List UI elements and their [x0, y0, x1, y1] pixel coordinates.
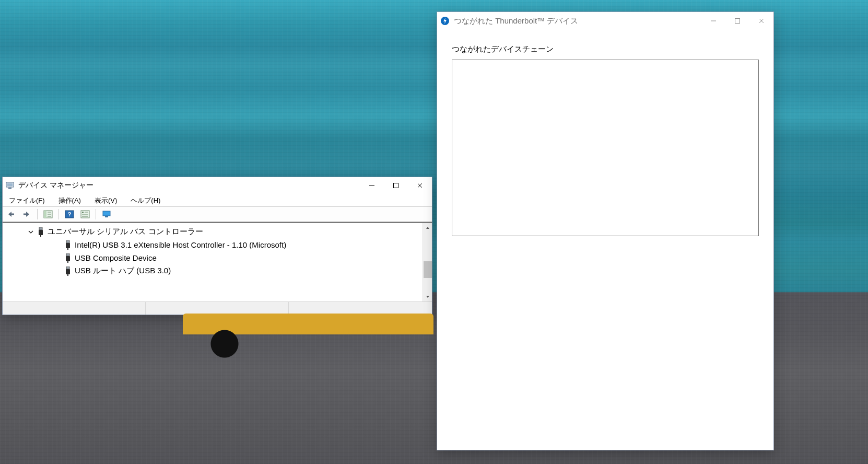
- usb-icon: [64, 266, 72, 276]
- svg-rect-15: [39, 227, 42, 230]
- menu-file[interactable]: ファイル(F): [7, 195, 47, 206]
- maximize-button[interactable]: [384, 177, 408, 194]
- thunderbolt-content: つながれたデバイスチェーン: [437, 30, 773, 251]
- usb-icon: [64, 240, 72, 250]
- svg-rect-19: [66, 243, 70, 248]
- svg-rect-13: [103, 211, 110, 216]
- svg-rect-1: [7, 183, 13, 187]
- svg-rect-26: [67, 274, 68, 276]
- minimize-button[interactable]: [701, 12, 725, 30]
- vertical-scrollbar[interactable]: [423, 223, 432, 301]
- toolbar: ?: [3, 206, 432, 222]
- svg-rect-24: [66, 266, 69, 269]
- help-button[interactable]: ?: [63, 208, 76, 221]
- minimize-button[interactable]: [360, 177, 384, 194]
- window-controls: [360, 177, 432, 194]
- svg-text:?: ?: [68, 211, 72, 217]
- device-manager-window: デバイス マネージャー ファイル(F) 操作(A) 表示(V) ヘルプ(H): [2, 177, 432, 315]
- svg-rect-2: [8, 188, 11, 189]
- usb-icon: [64, 253, 72, 263]
- tree-item[interactable]: USB ルート ハブ (USB 3.0): [7, 264, 432, 277]
- statusbar: [3, 301, 432, 315]
- menu-action[interactable]: 操作(A): [56, 195, 83, 206]
- status-cell: [146, 302, 289, 315]
- nav-forward-button[interactable]: [20, 208, 33, 221]
- svg-rect-29: [735, 19, 740, 24]
- close-button[interactable]: [749, 12, 773, 30]
- thunderbolt-window: つながれた Thunderbolt™ デバイス つながれたデバイスチェーン: [437, 11, 774, 450]
- desktop: デバイス マネージャー ファイル(F) 操作(A) 表示(V) ヘルプ(H): [0, 0, 868, 464]
- device-manager-titlebar[interactable]: デバイス マネージャー: [3, 177, 432, 194]
- maximize-button[interactable]: [725, 12, 749, 30]
- svg-rect-17: [40, 235, 41, 237]
- menubar: ファイル(F) 操作(A) 表示(V) ヘルプ(H): [3, 194, 432, 206]
- usb-icon: [37, 227, 44, 237]
- device-tree-panel: ユニバーサル シリアル バス コントローラー Intel(R) USB 3.1 …: [3, 222, 432, 301]
- status-cell: [3, 302, 146, 315]
- close-button[interactable]: [408, 177, 432, 194]
- tree-item-label: USB ルート ハブ (USB 3.0): [75, 266, 171, 276]
- tree-item-label: USB Composite Device: [75, 253, 157, 262]
- device-chain-list[interactable]: [452, 60, 759, 236]
- chevron-down-icon[interactable]: [28, 229, 34, 235]
- svg-rect-28: [711, 21, 716, 21]
- menu-help[interactable]: ヘルプ(H): [128, 195, 162, 206]
- tree-item[interactable]: USB Composite Device: [7, 251, 432, 264]
- menu-view[interactable]: 表示(V): [92, 195, 119, 206]
- svg-rect-25: [66, 269, 70, 274]
- tree-item[interactable]: Intel(R) USB 3.1 eXtensible Host Control…: [7, 238, 432, 251]
- svg-rect-12: [82, 212, 84, 213]
- svg-rect-4: [394, 183, 398, 188]
- scroll-down-arrow-icon[interactable]: [423, 292, 432, 301]
- svg-rect-16: [39, 230, 43, 235]
- svg-rect-21: [66, 253, 69, 256]
- device-manager-title: デバイス マネージャー: [18, 181, 93, 190]
- status-cell: [289, 302, 432, 315]
- svg-rect-18: [66, 240, 69, 243]
- device-manager-app-icon: [6, 181, 14, 190]
- thunderbolt-heading: つながれたデバイスチェーン: [452, 44, 759, 54]
- svg-rect-8: [44, 211, 46, 218]
- window-controls: [701, 12, 773, 30]
- device-tree: ユニバーサル シリアル バス コントローラー Intel(R) USB 3.1 …: [3, 223, 432, 280]
- thunderbolt-icon: [440, 16, 450, 26]
- tree-item-label: Intel(R) USB 3.1 eXtensible Host Control…: [75, 240, 286, 249]
- scroll-up-arrow-icon[interactable]: [423, 223, 432, 233]
- monitor-icon-button[interactable]: [100, 208, 113, 221]
- tree-category-usb-controllers[interactable]: ユニバーサル シリアル バス コントローラー: [7, 225, 432, 238]
- nav-back-button[interactable]: [5, 208, 17, 221]
- svg-rect-23: [67, 261, 68, 263]
- show-hide-tree-button[interactable]: [42, 208, 54, 221]
- thunderbolt-title: つながれた Thunderbolt™ デバイス: [454, 16, 578, 26]
- svg-rect-20: [67, 248, 68, 250]
- svg-rect-6: [24, 214, 27, 215]
- thunderbolt-titlebar[interactable]: つながれた Thunderbolt™ デバイス: [437, 12, 773, 30]
- svg-rect-22: [66, 256, 70, 261]
- svg-rect-14: [105, 216, 108, 217]
- svg-rect-5: [11, 214, 14, 215]
- tree-category-label: ユニバーサル シリアル バス コントローラー: [48, 227, 203, 237]
- scroll-thumb[interactable]: [424, 261, 432, 278]
- properties-button[interactable]: [79, 208, 91, 221]
- svg-rect-3: [369, 185, 374, 186]
